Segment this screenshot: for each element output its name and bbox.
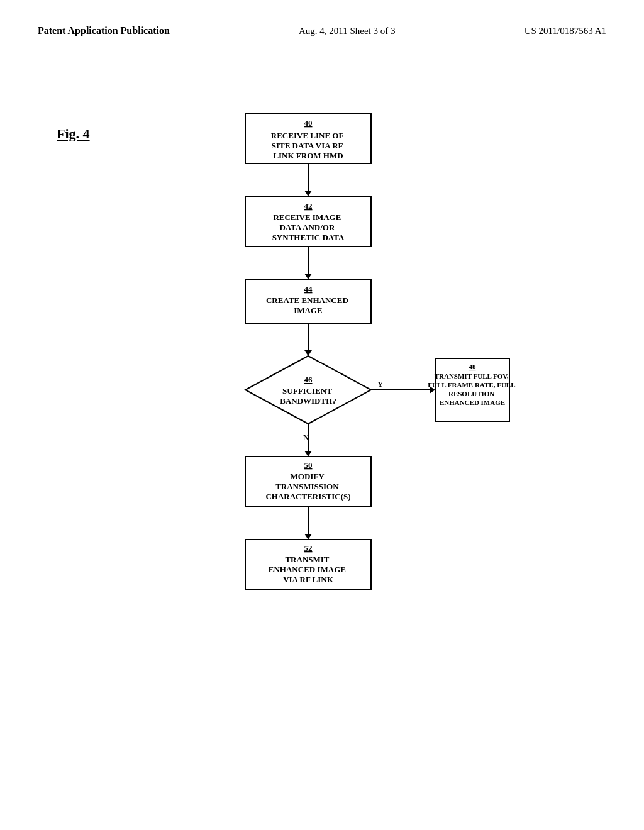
svg-text:RECEIVE IMAGE
        DATA AND: RECEIVE IMAGE DATA AND/OR SYNTHETIC DATA (272, 213, 345, 242)
svg-marker-26 (304, 451, 312, 456)
svg-marker-14 (304, 350, 312, 356)
header-left: Patent Application Publication (38, 25, 170, 36)
svg-text:52: 52 (304, 543, 313, 553)
svg-marker-4 (304, 191, 312, 196)
svg-text:40: 40 (304, 118, 313, 128)
header-center: Aug. 4, 2011 Sheet 3 of 3 (299, 26, 396, 36)
svg-text:SUFFICIENT
        BANDWIDTH?: SUFFICIENT BANDWIDTH? (280, 386, 336, 406)
svg-text:Y: Y (377, 379, 384, 389)
flowchart-svg: 40 RECEIVE LINE OF SITE DATA VIA RF LINK… (126, 107, 516, 767)
fig-label: Fig. 4 (57, 126, 90, 142)
header-right: US 2011/0187563 A1 (525, 26, 606, 36)
svg-text:48: 48 (469, 363, 477, 370)
svg-marker-9 (304, 274, 312, 279)
svg-text:42: 42 (304, 201, 313, 211)
flowchart: 40 RECEIVE LINE OF SITE DATA VIA RF LINK… (126, 107, 516, 770)
svg-text:44: 44 (304, 284, 313, 294)
svg-text:50: 50 (304, 460, 313, 470)
page: Patent Application Publication Aug. 4, 2… (0, 0, 644, 830)
header: Patent Application Publication Aug. 4, 2… (38, 25, 606, 36)
svg-text:46: 46 (304, 375, 313, 384)
svg-text:RECEIVE LINE OF
        SITE D: RECEIVE LINE OF SITE DATA VIA RF LINK FR… (271, 131, 345, 160)
svg-marker-31 (304, 534, 312, 540)
